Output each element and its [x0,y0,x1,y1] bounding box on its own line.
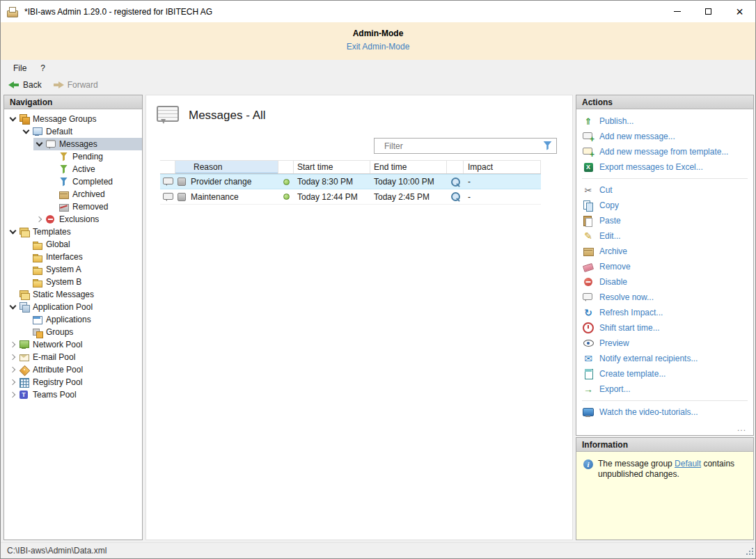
resolve-icon [582,292,594,303]
tree-item-teams-pool[interactable]: Teams Pool [4,388,142,401]
exit-admin-mode-wrap: Exit Admin-Mode [1,42,755,52]
chevron-spacer [47,188,58,200]
chevron-spacer [47,175,58,188]
action-edit[interactable]: Edit... [576,228,753,244]
information-default-link[interactable]: Default [675,459,701,469]
chevron-right-icon[interactable] [7,351,19,363]
column-header-start-time[interactable]: Start time [294,161,370,173]
action-export[interactable]: Export... [576,381,753,397]
folder-icon [32,252,43,262]
workspace: Navigation Message GroupsDefaultMessages… [1,93,756,544]
chevron-spacer [20,251,32,263]
action-label: Paste [599,216,621,226]
app-icon [7,6,18,17]
action-create-template[interactable]: Create template... [576,366,753,381]
action-cut[interactable]: Cut [576,182,753,198]
action-add-new-message[interactable]: Add new message... [576,129,753,144]
column-header-impact[interactable]: Impact [464,161,541,173]
column-header-end-time[interactable]: End time [370,161,447,173]
forward-button[interactable]: Forward [53,80,98,90]
tree-item-removed[interactable]: Removed [4,200,142,213]
disable-icon [582,276,594,288]
chevron-down-icon[interactable] [20,125,32,138]
action-watch-the-video-tutorials[interactable]: Watch the video-tutorials... [576,404,753,420]
action-archive[interactable]: Archive [576,244,753,259]
close-icon [736,6,743,18]
maximize-button[interactable] [693,1,724,22]
exit-admin-mode-link[interactable]: Exit Admin-Mode [347,42,410,52]
chevron-right-icon[interactable] [7,363,19,376]
action-disable[interactable]: Disable [576,274,753,290]
tree-item-system-b[interactable]: System B [4,276,142,288]
information-header: Information [576,438,753,452]
tree-item-groups[interactable]: Groups [4,326,142,338]
table-row[interactable]: Provider changeToday 8:30 PMToday 10:00 … [160,174,541,189]
chevron-right-icon[interactable] [7,338,19,351]
chevron-down-icon[interactable] [7,113,19,125]
column-header-reason[interactable]: Reason [175,161,278,173]
chevron-down-icon[interactable] [33,138,45,150]
action-copy[interactable]: Copy [576,198,753,213]
tree-item-archived[interactable]: Archived [4,188,142,200]
tree-item-active[interactable]: Active [4,163,142,175]
title-bar[interactable]: *IBI-aws Admin 1.29.0 - registered for I… [1,1,755,22]
chevron-right-icon[interactable] [7,376,19,388]
chevron-down-icon[interactable] [7,301,19,313]
exclusions-icon [45,214,56,225]
tree-item-messages[interactable]: Messages [4,138,142,150]
table-row[interactable]: MaintenanceToday 12:44 PMToday 2:45 PM- [160,189,541,205]
tree-item-network-pool[interactable]: Network Pool [4,338,142,351]
tree-item-static-messages[interactable]: Static Messages [4,288,142,301]
menu-file[interactable]: File [6,62,33,74]
tree-item-registry-pool[interactable]: Registry Pool [4,376,142,388]
menu-help[interactable]: ? [33,62,52,74]
tree-item-application-pool[interactable]: Application Pool [4,301,142,313]
resize-grip[interactable] [746,548,755,556]
chevron-spacer [20,276,32,288]
tree-item-message-groups[interactable]: Message Groups [4,113,142,125]
chevron-down-icon[interactable] [7,226,19,238]
action-refresh-impact[interactable]: Refresh Impact... [576,305,753,320]
tree-item-exclusions[interactable]: Exclusions [4,213,142,226]
attribute-pool-icon [19,365,30,375]
toolbar: Back Forward [1,76,755,93]
tree-item-default[interactable]: Default [4,125,142,138]
impact-icon-cell [447,189,464,204]
tree-item-system-a[interactable]: System A [4,263,142,276]
tree-item-label: Static Messages [33,290,94,299]
tree-item-global[interactable]: Global [4,238,142,251]
filter-input[interactable] [374,138,557,154]
tree-item-templates[interactable]: Templates [4,226,142,238]
add-message-icon [582,131,594,142]
chevron-right-icon[interactable] [7,388,19,401]
action-remove[interactable]: Remove [576,259,753,274]
action-export-messages-to-excel[interactable]: Export messages to Excel... [576,159,753,175]
minimize-button[interactable] [661,1,693,22]
video-icon [582,407,594,418]
action-preview[interactable]: Preview [576,336,753,351]
action-add-new-message-from-template[interactable]: Add new message from template... [576,144,753,159]
chevron-spacer [20,263,32,276]
chevron-right-icon[interactable] [33,213,45,226]
tree-item-completed[interactable]: Completed [4,175,142,188]
column-header-impact-icon [447,161,464,173]
tree-item-label: System A [46,265,81,274]
templates-icon [19,227,30,237]
tree-item-interfaces[interactable]: Interfaces [4,251,142,263]
close-button[interactable] [724,1,755,22]
tree-item-attribute-pool[interactable]: Attribute Pool [4,363,142,376]
back-button[interactable]: Back [8,80,42,90]
actions-overflow[interactable]: ... [737,423,746,433]
tree-item-applications[interactable]: Applications [4,313,142,326]
column-header-status [278,161,294,173]
message-bubble-icon [163,177,173,187]
action-notify-external-recipients[interactable]: Notify external recipients... [576,351,753,366]
network-pool-icon [19,340,30,350]
tree-item-e-mail-pool[interactable]: E-mail Pool [4,351,142,363]
action-publish[interactable]: Publish... [576,113,753,129]
action-paste[interactable]: Paste [576,213,753,228]
message-bubble-icon [163,192,173,202]
action-shift-start-time[interactable]: Shift start time... [576,320,753,336]
tree-item-pending[interactable]: Pending [4,150,142,163]
action-resolve-now[interactable]: Resolve now... [576,290,753,305]
